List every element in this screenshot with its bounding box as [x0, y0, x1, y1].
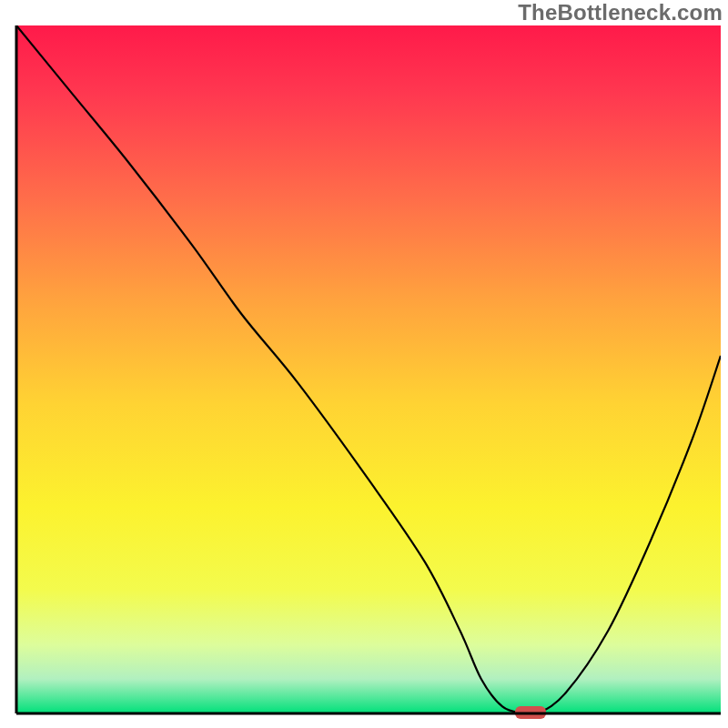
plot-background [16, 25, 721, 713]
bottleneck-chart [0, 0, 728, 728]
watermark-text: TheBottleneck.com [518, 0, 723, 25]
chart-container: TheBottleneck.com [0, 0, 728, 728]
